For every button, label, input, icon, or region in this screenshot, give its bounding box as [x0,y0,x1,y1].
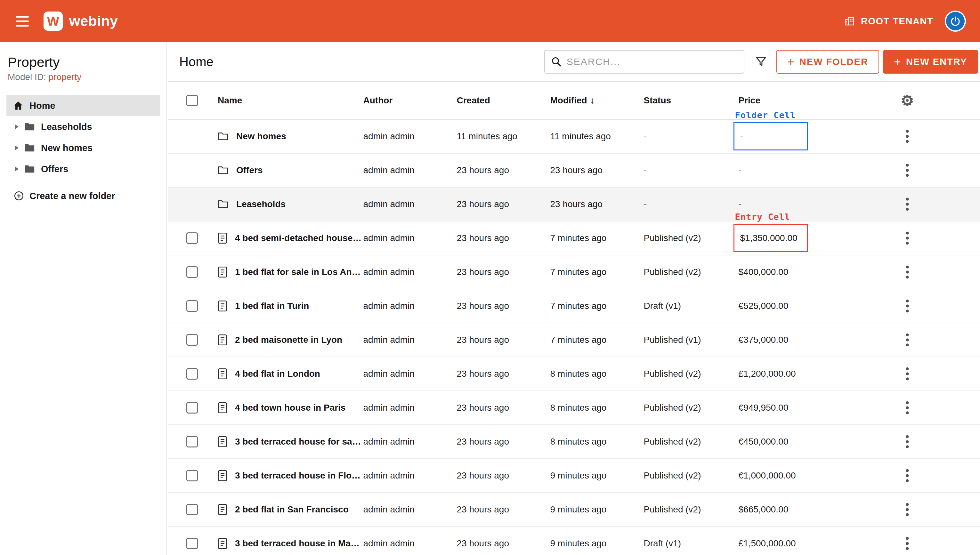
column-header-price[interactable]: Price [739,95,835,106]
table-row[interactable]: Leaseholds admin admin 23 hours ago 23 h… [168,188,980,221]
row-author: admin admin [363,538,457,549]
row-checkbox[interactable] [186,233,198,244]
row-name[interactable]: 2 bed maisonette in Lyon [235,335,342,345]
document-icon [218,436,227,448]
row-modified: 11 minutes ago [550,131,644,141]
price-cell: €450,000.00 [739,436,789,447]
row-menu-button[interactable] [903,195,912,213]
plus-icon: + [894,56,901,68]
row-checkbox[interactable] [186,470,198,481]
filter-button[interactable] [755,55,767,68]
expand-caret-icon[interactable] [15,167,19,172]
table-row[interactable]: 2 bed flat in San Francisco admin admin … [168,493,980,527]
row-menu-button[interactable] [903,500,912,518]
folder-icon [24,122,35,132]
table-row[interactable]: Offers admin admin 23 hours ago 23 hours… [168,154,980,188]
row-name[interactable]: Leaseholds [236,199,285,209]
table-row[interactable]: 4 bed flat in London admin admin 23 hour… [168,357,980,391]
row-modified: 23 hours ago [550,165,644,175]
row-name[interactable]: 4 bed town house in Paris [235,403,345,413]
row-menu-button[interactable] [903,433,912,451]
row-menu-button[interactable] [903,399,912,417]
row-status: Published (v2) [644,369,739,379]
sidebar-item-offers[interactable]: Offers [6,159,160,180]
row-checkbox[interactable] [186,504,198,515]
row-menu-button[interactable] [903,297,912,315]
new-entry-button[interactable]: + NEW ENTRY [883,50,978,74]
row-menu-button[interactable] [903,467,912,484]
row-name[interactable]: New homes [236,131,286,141]
row-name[interactable]: 4 bed flat in London [235,369,320,379]
column-header-status[interactable]: Status [644,95,739,106]
row-name[interactable]: 3 bed terraced house for sale in Berlin [235,436,363,447]
document-icon [218,402,227,414]
create-folder-label: Create a new folder [29,191,115,201]
row-menu-button[interactable] [903,331,912,349]
row-menu-button[interactable] [903,365,912,383]
search-input[interactable] [567,56,738,67]
main-content: Home + NEW FOLDER + NEW ENTRY [168,42,980,555]
table-row[interactable]: 4 bed semi-detached house for sale in De… [168,221,980,255]
row-checkbox[interactable] [186,436,198,448]
select-all-checkbox[interactable] [186,95,198,106]
row-price: €375,000.00 [739,335,835,345]
column-header-created[interactable]: Created [457,95,550,106]
row-name[interactable]: 1 bed flat for sale in Los Angeles [235,267,363,277]
table-row[interactable]: 3 bed terraced house in Manchester admin… [168,527,980,555]
row-name[interactable]: 1 bed flat in Turin [235,301,309,311]
row-status: Draft (v1) [644,538,739,549]
sidebar-item-leaseholds[interactable]: Leaseholds [6,116,160,137]
row-menu-button[interactable] [903,263,912,281]
table-row[interactable]: New homes admin admin 11 minutes ago 11 … [168,120,980,154]
row-price-value: £1,500,000.00 [739,538,796,549]
table-row[interactable]: 3 bed terraced house in Florence admin a… [168,459,980,493]
row-name[interactable]: 3 bed terraced house in Manchester [235,538,363,549]
row-status: - [644,165,739,175]
row-status: - [644,199,739,209]
row-menu-button[interactable] [903,127,912,145]
sidebar-item-label: Leaseholds [41,122,92,132]
row-price-value: - [739,165,741,175]
row-menu-button[interactable] [903,229,912,247]
document-icon [218,300,227,312]
sidebar-item-new-homes[interactable]: New homes [6,137,160,159]
row-checkbox[interactable] [186,538,198,549]
table-row[interactable]: 1 bed flat for sale in Los Angeles admin… [168,255,980,289]
row-name[interactable]: 3 bed terraced house in Florence [235,470,363,481]
row-menu-button[interactable] [903,534,912,552]
row-price: £1,500,000.00 [739,538,835,549]
price-cell: €375,000.00 [739,335,789,345]
create-folder-button[interactable]: Create a new folder [0,191,167,201]
row-name[interactable]: 2 bed flat in San Francisco [235,504,349,515]
new-folder-button[interactable]: + NEW FOLDER [776,50,879,74]
table-row[interactable]: 1 bed flat in Turin admin admin 23 hours… [168,289,980,323]
menu-button[interactable] [14,14,31,29]
tenant-selector[interactable]: ROOT TENANT [844,15,933,27]
row-checkbox[interactable] [186,402,198,414]
column-header-name[interactable]: Name [218,95,363,106]
row-price: - [739,165,835,175]
column-header-modified[interactable]: Modified↓ [550,95,644,106]
expand-caret-icon[interactable] [15,124,19,129]
row-name[interactable]: 4 bed semi-detached house for sale in De… [235,233,363,243]
folder-icon [24,164,35,174]
user-avatar[interactable] [945,11,966,32]
row-created: 23 hours ago [457,301,550,311]
column-settings-icon[interactable]: ⚙ [901,93,914,108]
row-name[interactable]: Offers [236,165,263,175]
document-icon [218,470,227,481]
row-checkbox[interactable] [186,300,198,312]
table-row[interactable]: 3 bed terraced house for sale in Berlin … [168,425,980,459]
expand-caret-icon[interactable] [15,145,19,151]
column-header-author[interactable]: Author [363,95,457,106]
row-menu-button[interactable] [903,161,912,179]
table-row[interactable]: 2 bed maisonette in Lyon admin admin 23 … [168,323,980,357]
row-checkbox[interactable] [186,266,198,278]
row-checkbox[interactable] [186,368,198,380]
row-status: Draft (v1) [644,301,739,311]
row-price: €450,000.00 [739,436,835,447]
row-author: admin admin [363,403,457,413]
row-checkbox[interactable] [186,334,198,346]
sidebar-item-home[interactable]: Home [6,95,160,116]
table-row[interactable]: 4 bed town house in Paris admin admin 23… [168,391,980,425]
